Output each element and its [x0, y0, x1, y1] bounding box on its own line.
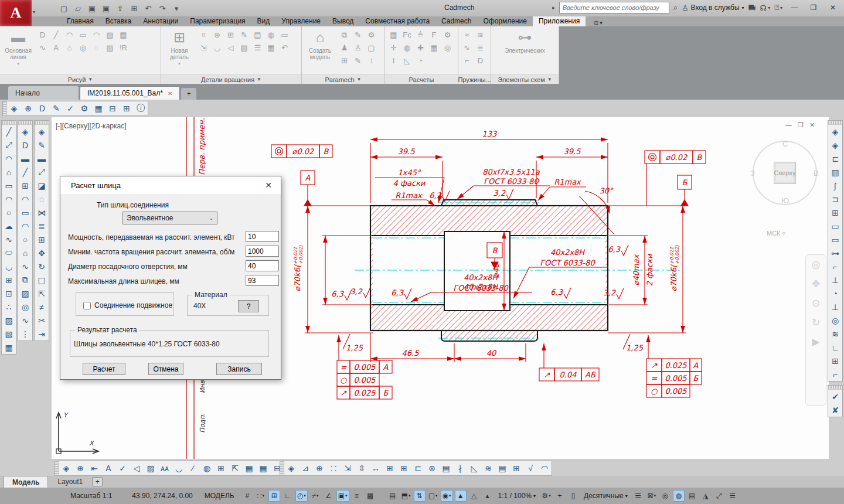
section-arrow-icon[interactable]: ⇲	[197, 42, 210, 54]
panel-caption-paramech[interactable]: Paramech▼	[302, 74, 384, 84]
fc-formula-icon[interactable]: Fc	[400, 29, 414, 41]
copy-circle-icon[interactable]: ◌	[35, 192, 49, 206]
hand-pencil-icon[interactable]: ✎	[351, 55, 365, 67]
table-pencil-icon[interactable]: ▦	[256, 461, 270, 475]
save-as-icon[interactable]: ▣	[101, 3, 111, 13]
coil-rings-icon[interactable]: ◎	[828, 314, 842, 327]
calc-button[interactable]: Расчет	[83, 363, 125, 375]
panel-caption-revolve[interactable]: Детали вращения▼	[161, 74, 301, 84]
d-pencil-icon[interactable]: D	[474, 55, 487, 67]
arc-icon[interactable]: ◠	[90, 29, 103, 41]
shaft-gear-icon[interactable]: ⊕	[312, 461, 326, 475]
chamfer-icon[interactable]: ◺	[467, 461, 481, 475]
stack-icon[interactable]: ☰	[251, 42, 264, 54]
gradient-icon[interactable]: ▧	[2, 327, 16, 340]
target-rings-icon[interactable]: ◎	[441, 42, 454, 54]
axis-line-icon[interactable]: ∤	[453, 461, 467, 475]
arc-start-icon[interactable]: ◠	[2, 152, 16, 165]
param-d-icon[interactable]: D	[36, 29, 49, 41]
hatch-icon[interactable]: ▨	[2, 314, 16, 327]
block-grid-icon[interactable]: ⊞	[214, 461, 228, 475]
tab-document[interactable]: IM2019.11.05.001_Вал*✕	[80, 86, 180, 100]
circle-dash-icon[interactable]: ◌	[90, 42, 103, 54]
stamp-move-icon[interactable]: ⇳	[355, 461, 369, 475]
wave-icon[interactable]: ∿	[18, 314, 32, 327]
minimize-button[interactable]: —	[787, 2, 802, 13]
toolbar-grip[interactable]	[280, 461, 284, 475]
vp-restore-icon[interactable]: ❐	[798, 121, 804, 129]
snap-grid-icon[interactable]: ⸬▾	[255, 490, 267, 502]
hamburger-icon[interactable]: ☰	[727, 490, 738, 502]
table-grid-icon[interactable]: ▦	[427, 42, 441, 54]
gear-wheel-icon[interactable]: ⊛	[210, 29, 224, 41]
ellipse-icon[interactable]: ⬭	[2, 246, 16, 260]
hook-icon[interactable]: ◡	[210, 42, 224, 54]
main-line-button[interactable]: ▬Основная линия▾	[2, 29, 35, 74]
new-tab-button[interactable]: +	[181, 88, 196, 100]
search-collapse-icon[interactable]: ▸	[552, 5, 555, 11]
block-create-icon[interactable]: ⊡	[2, 287, 16, 300]
ribbon-collapse-icon[interactable]: ⊡ ▾	[590, 19, 606, 26]
table-pen-icon[interactable]: ▦	[117, 29, 130, 41]
spring-small-icon[interactable]: ∿	[460, 42, 474, 54]
gear-pair-icon[interactable]: ⊛	[425, 461, 439, 475]
save-doc-icon[interactable]: ▤	[686, 490, 698, 502]
viewcube[interactable]: С В Ю З Сверху	[753, 141, 817, 205]
tab-oformlenie[interactable]: Оформление	[477, 16, 532, 26]
ellipse-arc-icon[interactable]: ◡	[2, 260, 16, 273]
text-frame-icon[interactable]: A	[101, 461, 115, 475]
pie-chart-icon[interactable]: ◔	[414, 55, 427, 67]
movable-joint-checkbox-input[interactable]	[83, 302, 91, 309]
viewcube-face-top[interactable]: Сверху	[774, 162, 796, 184]
spline-icon[interactable]: ∿	[36, 42, 49, 54]
rectangle-icon[interactable]: ▭	[76, 29, 90, 41]
panel-caption-schematic[interactable]: Элементы схем▼	[491, 74, 559, 84]
doc-pencil-icon[interactable]: ✎	[351, 29, 365, 41]
undo-arrow-icon[interactable]: ↶	[278, 42, 291, 54]
cone-icon[interactable]: ◁	[224, 42, 237, 54]
fit-view-icon[interactable]: ◈	[59, 461, 73, 475]
spline-type-select[interactable]: Эвольвентное⌄	[122, 212, 217, 224]
toolbar-grip[interactable]	[18, 121, 32, 125]
restore-button[interactable]: ❐	[806, 2, 821, 13]
rectangle-icon[interactable]: ▭	[18, 206, 32, 219]
pentagon-icon[interactable]: ⌂	[18, 246, 32, 260]
angle-tol-icon[interactable]: ◁	[130, 461, 144, 475]
chain-dots-icon[interactable]: ⁝	[365, 55, 378, 67]
line-icon[interactable]: ╱	[2, 125, 16, 138]
annot-ruler-icon[interactable]: ▯	[567, 490, 579, 502]
signin-button[interactable]: ♙Вход в службы▾	[682, 4, 744, 12]
panel-caption-springs[interactable]: Пружины...	[458, 74, 491, 84]
app-logo-icon[interactable]: A	[0, 0, 32, 26]
close-button[interactable]: ✕	[825, 2, 840, 13]
app-store-cart-icon[interactable]: ⛟	[748, 4, 756, 12]
electric-elements-button[interactable]: ⊶Электрических	[496, 29, 554, 74]
toolbar-grip[interactable]	[2, 121, 16, 125]
rough-mark-icon[interactable]: √	[523, 461, 537, 475]
circle-num-icon[interactable]: ◍	[200, 461, 214, 475]
bearing-icon[interactable]: ▤	[251, 29, 264, 41]
calculator-icon[interactable]: ▦	[387, 29, 400, 41]
object-snap-icon[interactable]: ▣▾	[336, 490, 349, 502]
bore-diameter-input[interactable]	[246, 260, 279, 271]
i-beam-icon[interactable]: I	[387, 55, 400, 67]
tab-vid[interactable]: Вид	[251, 16, 276, 26]
gear-box-icon[interactable]: ⚙	[365, 29, 378, 41]
cross-shape-icon[interactable]: ✚	[414, 42, 427, 54]
dialog-close-icon[interactable]: ✕	[262, 179, 275, 192]
export-icon[interactable]: ⇪	[115, 3, 125, 13]
annot-single-icon[interactable]: ▴	[482, 490, 494, 502]
space-indicator[interactable]: МОДЕЛЬ	[205, 492, 234, 500]
check-datum-icon[interactable]: ✓	[115, 461, 130, 475]
bolt-icon[interactable]: ⊐	[828, 192, 842, 206]
new-part-button[interactable]: ⊞Новая деталь▾	[163, 29, 196, 74]
t-support-icon[interactable]: ⊥	[828, 273, 842, 287]
view-circle-icon[interactable]: ◎	[76, 42, 90, 54]
points-icon[interactable]: ∴	[2, 300, 16, 314]
scale-indicator[interactable]: Масштаб 1:1	[70, 492, 112, 500]
slash-line-icon[interactable]: ∕	[186, 461, 200, 475]
circle-icon[interactable]: ○	[18, 233, 32, 246]
move-icon[interactable]: ✥	[35, 246, 49, 260]
rpm-input[interactable]	[246, 246, 279, 257]
block-move-icon[interactable]: ⇱	[35, 287, 49, 300]
